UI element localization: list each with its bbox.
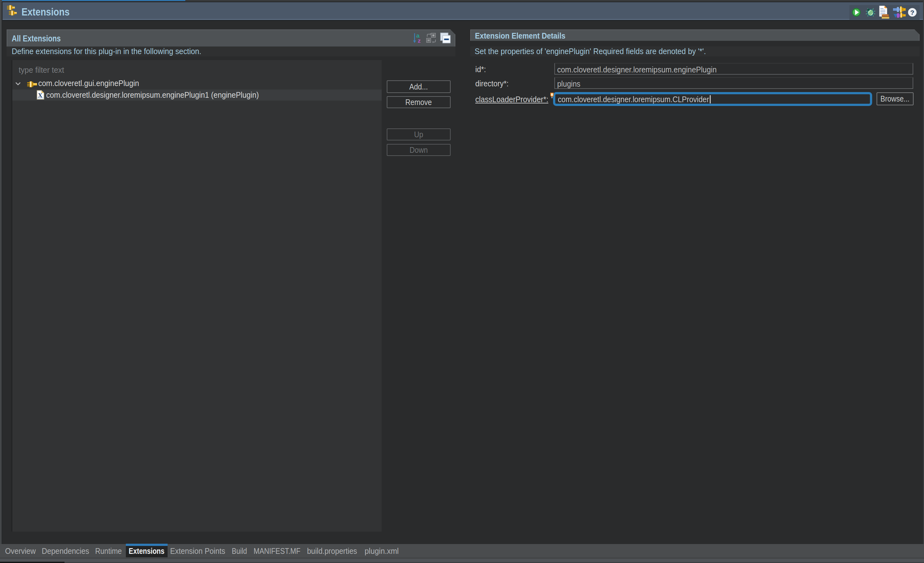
svg-text:?: ? [910, 9, 915, 16]
svg-text:X: X [38, 92, 42, 99]
svg-text:z: z [418, 38, 421, 44]
